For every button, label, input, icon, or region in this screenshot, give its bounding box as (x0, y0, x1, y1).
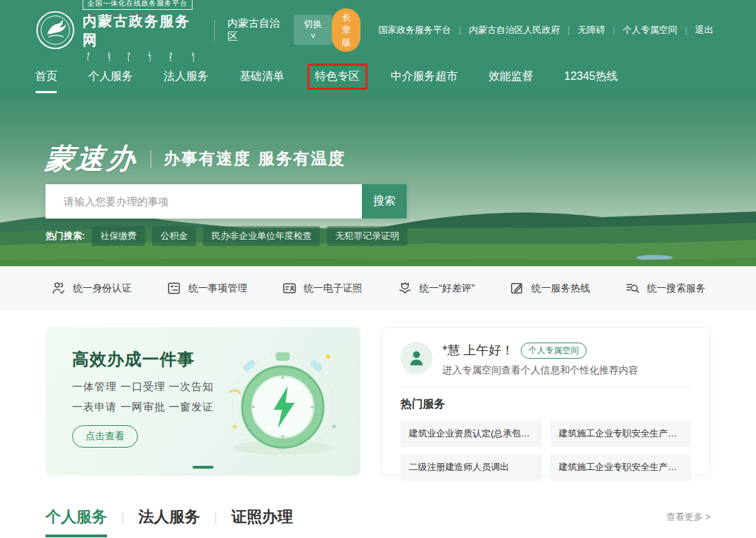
hot-tag-provident-fund[interactable]: 公积金 (152, 226, 196, 246)
elder-mode-button[interactable]: 长辈版 (332, 8, 360, 52)
brand-calligraphy: 蒙速办 (43, 139, 140, 178)
site-name: 内蒙古政务服务网 (83, 12, 202, 50)
strip-label: 统一电子证照 (304, 282, 363, 295)
personal-space-pill[interactable]: 个人专属空间 (521, 343, 587, 359)
tab-personal-services[interactable]: 个人服务 (46, 506, 107, 527)
strip-label: 统一事项管理 (188, 282, 247, 295)
avatar[interactable] (400, 342, 433, 374)
region-name: 内蒙古自治区 (227, 17, 286, 43)
search-input[interactable] (46, 184, 362, 219)
tab-separator: | (121, 510, 125, 525)
nav-item-legal-services[interactable]: 法人服务 (164, 69, 209, 84)
hero-slogan: 办事有速度 服务有温度 (164, 148, 346, 170)
service-hotline-icon (509, 280, 525, 296)
promo-view-button[interactable]: 点击查看 (72, 425, 138, 448)
hot-tag-social-insurance[interactable]: 社保缴费 (92, 226, 145, 246)
strip-label: 统一“好差评” (419, 282, 475, 295)
user-icon (407, 348, 426, 368)
strip-item-rating[interactable]: 统一“好差评” (397, 280, 475, 296)
hero-banner: 蒙速办 办事有速度 服务有温度 搜索 热门搜索: 社保缴费 公积金 民办非企业单… (0, 93, 756, 266)
card-divider (400, 387, 692, 387)
hot-tag-no-crime-cert[interactable]: 无犯罪记录证明 (327, 226, 407, 246)
search-button[interactable]: 搜索 (362, 184, 407, 219)
hot-tag-annual-inspection[interactable]: 民办非企业单位年度检查 (203, 226, 320, 246)
tab-certificate-services[interactable]: 证照办理 (231, 506, 293, 527)
horse-emblem-icon (35, 10, 76, 50)
platform-badge: 全国一体化在线政务服务平台 (83, 0, 192, 10)
nav-item-intermediary-market[interactable]: 中介服务超市 (391, 69, 458, 84)
hot-service-item[interactable]: 建筑施工企业专职安全生产管理... (550, 454, 692, 481)
hot-services-title: 热门服务 (400, 397, 692, 412)
greeting-subtitle: 进入专属空间查看个人信息和个性化推荐内容 (442, 364, 638, 377)
nav-item-home[interactable]: 首页 (35, 69, 57, 84)
strip-item-service-hotline[interactable]: 统一服务热线 (509, 280, 590, 296)
main-content: 高效办成一件事 一体管理 一口受理 一次告知 一表申请 一网审批 一窗发证 点击… (0, 310, 756, 476)
mongolian-script (83, 51, 202, 62)
strip-label: 统一服务热线 (531, 282, 590, 295)
nav-item-12345-hotline[interactable]: 12345热线 (564, 69, 618, 84)
nav-item-efficiency-supervision[interactable]: 效能监督 (489, 69, 533, 84)
site-logo[interactable]: 全国一体化在线政务服务平台 内蒙古政务服务网 (35, 0, 202, 62)
top-link-regional-gov[interactable]: 内蒙古自治区人民政府 (461, 24, 568, 36)
tab-legal-services[interactable]: 法人服务 (139, 506, 200, 527)
top-link-logout[interactable]: 退出 (687, 24, 721, 36)
nav-item-featured-zone[interactable]: 特色专区 (315, 69, 360, 84)
strip-item-search-service[interactable]: 统一搜索服务 (624, 280, 706, 296)
hot-service-item[interactable]: 建筑业企业资质认定(总承包特级... (400, 420, 542, 447)
strip-item-e-certificate[interactable]: 统一电子证照 (281, 280, 363, 296)
top-link-personal-space[interactable]: 个人专属空间 (615, 24, 685, 36)
search-service-icon (624, 280, 640, 296)
top-link-national-platform[interactable]: 国家政务服务平台 (370, 24, 458, 36)
nav-item-personal-services[interactable]: 个人服务 (88, 69, 133, 84)
main-nav: 首页 个人服务 法人服务 基础清单 特色专区 中介服务超市 效能监督 12345… (0, 60, 756, 93)
top-header: 全国一体化在线政务服务平台 内蒙古政务服务网 内蒙古自治区 切换 ˅ 长辈版 国… (0, 0, 756, 60)
carousel-indicator[interactable] (192, 466, 214, 469)
e-certificate-icon (281, 280, 298, 296)
strip-label: 统一搜索服务 (647, 282, 706, 295)
header-divider (214, 20, 215, 41)
slogan-divider (150, 150, 151, 168)
unified-services-strip: 统一身份认证 统一事项管理 统一电子证照 统一“好差评” 统一服务热线 统一搜索… (0, 266, 756, 310)
see-more-link[interactable]: 查看更多 > (666, 511, 710, 523)
identity-auth-icon (50, 280, 66, 296)
promo-card-one-thing[interactable]: 高效办成一件事 一体管理 一口受理 一次告知 一表申请 一网审批 一窗发证 点击… (46, 327, 360, 476)
strip-item-item-management[interactable]: 统一事项管理 (166, 280, 247, 296)
tab-separator: | (214, 510, 218, 525)
strip-item-identity-auth[interactable]: 统一身份认证 (50, 280, 132, 296)
hot-search-label: 热门搜索: (46, 230, 85, 242)
hot-service-item[interactable]: 建筑施工企业专职安全生产管理... (550, 420, 692, 447)
rating-icon (397, 280, 413, 296)
top-link-accessibility[interactable]: 无障碍 (570, 24, 612, 36)
user-greeting-card: *慧 上午好！ 个人专属空间 进入专属空间查看个人信息和个性化推荐内容 热门服务… (382, 327, 710, 476)
region-switch-button[interactable]: 切换 ˅ (294, 15, 332, 45)
user-greeting: *慧 上午好！ (442, 342, 514, 359)
nav-item-basic-list[interactable]: 基础清单 (239, 69, 284, 84)
item-management-icon (166, 280, 182, 296)
strip-label: 统一身份认证 (73, 282, 132, 295)
section-tabs: 个人服务 | 法人服务 | 证照办理 查看更多 > (0, 506, 756, 527)
stopwatch-illustration (223, 343, 342, 462)
hot-service-item[interactable]: 二级注册建造师人员调出 (400, 454, 542, 481)
